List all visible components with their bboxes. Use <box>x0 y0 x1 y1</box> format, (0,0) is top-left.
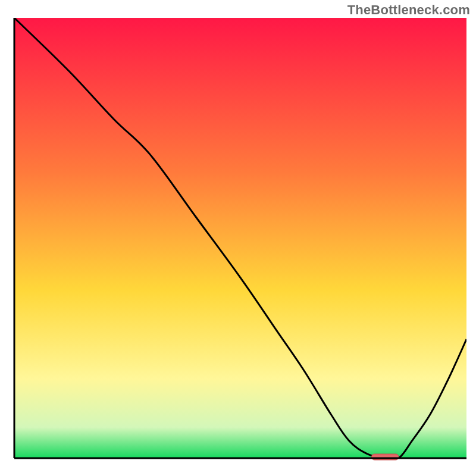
watermark-text: TheBottleneck.com <box>347 2 470 18</box>
chart-container: TheBottleneck.com <box>0 0 476 476</box>
bottleneck-chart-svg <box>0 0 476 476</box>
